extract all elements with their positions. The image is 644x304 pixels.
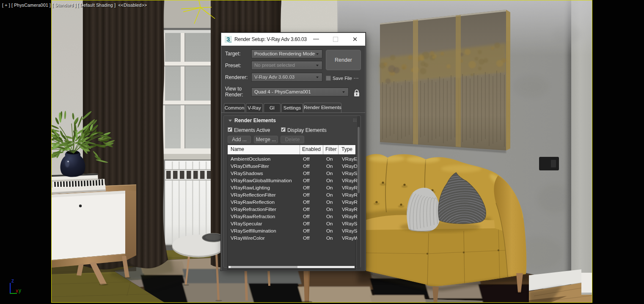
svg-text:z: z — [11, 278, 14, 284]
svg-text:y: y — [19, 288, 21, 293]
svg-text:x: x — [16, 288, 18, 294]
